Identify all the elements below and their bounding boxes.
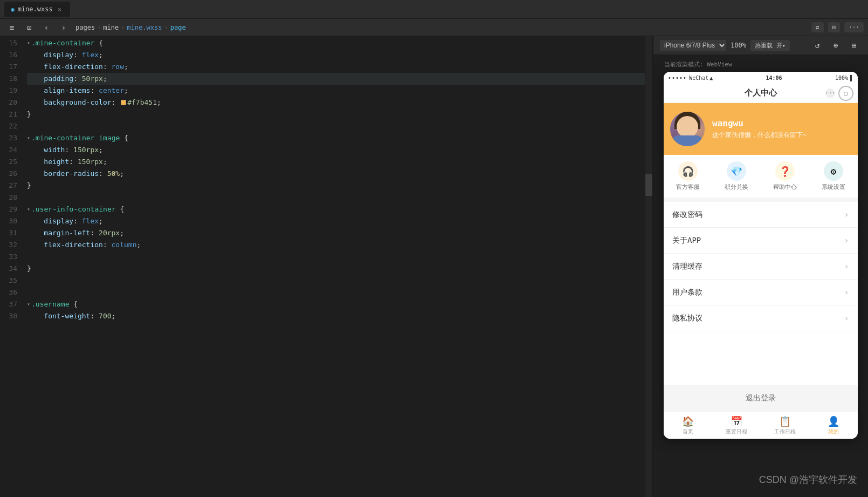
nav-dots: ··· ○ — [825, 86, 853, 101]
menu-item-privacy-label: 隐私协议 — [672, 314, 702, 323]
code-line-32: flex-direction: column; — [27, 239, 645, 251]
bookmark-button[interactable]: ⊡ — [22, 21, 37, 34]
code-editor: 15 16 17 18 19 20 21 22 23 24 25 26 27 2… — [0, 36, 652, 497]
menu-item-terms[interactable]: 用户条款 › — [664, 280, 858, 305]
battery-area: 100% ▌ — [835, 75, 853, 81]
more-options-button[interactable]: ··· — [844, 22, 864, 32]
render-mode-label: 当前渲染模式: WebView — [659, 60, 732, 69]
status-time: 14:06 — [713, 75, 835, 81]
code-line-28 — [27, 192, 645, 203]
avatar — [670, 112, 705, 146]
profile-bio: 这个家伙很懒，什么都没有留下~ — [712, 131, 807, 140]
dots-button[interactable]: ··· — [825, 88, 835, 98]
mine-tab-icon: 👤 — [828, 416, 839, 427]
work-tab-icon: 📋 — [779, 416, 791, 427]
nav-circle-button[interactable]: ○ — [838, 86, 853, 101]
icon-grid: 🎧 官方客服 💎 积分兑换 ❓ 帮助中心 ⚙️ 系统设置 — [664, 155, 858, 202]
title-bar: ◉ mine.wxss ✕ — [0, 0, 868, 19]
code-line-18: padding: 50rpx; — [27, 73, 645, 85]
customer-service-label: 官方客服 — [676, 183, 700, 191]
right-toolbar: ⇄ ⊟ ··· — [811, 22, 864, 32]
code-line-33 — [27, 251, 645, 263]
important-tab-label: 重要日程 — [726, 428, 747, 435]
avatar-body — [673, 135, 701, 146]
logout-section: 退出登录 — [664, 385, 858, 412]
icon-item-help[interactable]: ❓ 帮助中心 — [761, 161, 809, 191]
forward-button[interactable]: › — [56, 21, 71, 34]
breadcrumb: pages › mine › mine.wxss › page — [75, 24, 186, 31]
logout-button[interactable]: 退出登录 — [746, 393, 776, 403]
code-line-22 — [27, 120, 645, 132]
chevron-icon: › — [844, 209, 849, 220]
code-line-24: width: 150rpx; — [27, 144, 645, 156]
color-swatch — [121, 100, 126, 105]
minimap[interactable] — [645, 36, 652, 497]
profile-header: wangwu 这个家伙很懒，什么都没有留下~ — [664, 103, 858, 155]
tab-close-button[interactable]: ✕ — [56, 5, 64, 13]
chevron-icon: › — [844, 261, 849, 271]
breadcrumb-mine[interactable]: mine — [103, 24, 119, 31]
points-label: 积分兑换 — [725, 183, 748, 191]
refresh-button[interactable]: ↺ — [810, 39, 825, 52]
bottom-tab-work[interactable]: 📋 工作日程 — [761, 416, 809, 435]
hot-reload-button[interactable]: 热重载 开▾ — [750, 40, 790, 51]
work-tab-label: 工作日程 — [774, 428, 796, 435]
breadcrumb-file[interactable]: mine.wxss — [127, 24, 162, 31]
help-icon: ❓ — [775, 161, 795, 181]
app-name: WeChat — [689, 75, 708, 81]
stop-button[interactable]: ⊕ — [828, 39, 843, 52]
bottom-tab-home[interactable]: 🏠 首页 — [664, 416, 712, 435]
phone-navbar: 个人中心 ··· ○ — [664, 84, 858, 103]
signal-indicator: ••••• — [668, 75, 687, 81]
expand-button[interactable]: ⊞ — [846, 39, 862, 52]
breadcrumb-page[interactable]: page — [170, 24, 186, 31]
code-line-34: } — [27, 263, 645, 275]
chevron-icon: › — [844, 313, 849, 323]
line-numbers: 15 16 17 18 19 20 21 22 23 24 25 26 27 2… — [0, 36, 22, 497]
minimap-thumb[interactable] — [645, 174, 652, 196]
code-line-21: } — [27, 108, 645, 120]
battery-percent: 100% — [835, 75, 848, 81]
profile-username: wangwu — [712, 118, 807, 128]
code-line-25: height: 150rpx; — [27, 156, 645, 168]
file-icon: ◉ — [11, 6, 15, 13]
code-line-29: ▾.user-info-container { — [27, 203, 645, 215]
phone-frame: ••••• WeChat ▲ 14:06 100% ▌ 个人中心 ··· ○ — [664, 72, 858, 439]
menu-item-about[interactable]: 关于APP › — [664, 228, 858, 254]
icon-item-settings[interactable]: ⚙️ 系统设置 — [809, 161, 858, 191]
icon-item-customer-service[interactable]: 🎧 官方客服 — [664, 161, 712, 191]
menu-item-password[interactable]: 修改密码 › — [664, 202, 858, 228]
code-line-35 — [27, 275, 645, 287]
code-line-27: } — [27, 180, 645, 192]
code-line-26: border-radius: 50%; — [27, 168, 645, 180]
bottom-tab-mine[interactable]: 👤 我的 — [809, 416, 858, 435]
watermark-text: CSDN @浩宇软件开发 — [759, 474, 857, 485]
menu-button[interactable]: ≡ — [4, 21, 19, 34]
editor-content: 15 16 17 18 19 20 21 22 23 24 25 26 27 2… — [0, 36, 652, 497]
nav-title: 个人中心 — [745, 88, 777, 98]
code-line-37: ▾.username { — [27, 298, 645, 310]
customer-service-icon: 🎧 — [678, 161, 698, 181]
breadcrumb-pages[interactable]: pages — [75, 24, 95, 31]
zoom-level: 100% — [731, 42, 746, 49]
help-label: 帮助中心 — [773, 183, 797, 191]
menu-item-privacy[interactable]: 隐私协议 › — [664, 305, 858, 331]
menu-item-terms-label: 用户条款 — [672, 288, 702, 297]
menu-item-cache[interactable]: 清理缓存 › — [664, 254, 858, 280]
bottom-tab-important[interactable]: 📅 重要日程 — [712, 416, 761, 435]
icon-item-points[interactable]: 💎 积分兑换 — [712, 161, 761, 191]
code-line-30: display: flex; — [27, 215, 645, 227]
chevron-icon: › — [844, 235, 849, 246]
avatar-face — [677, 116, 698, 138]
device-selector[interactable]: iPhone 6/7/8 Plus iPhone X — [660, 40, 726, 51]
csdn-watermark: CSDN @浩宇软件开发 — [759, 473, 857, 486]
code-line-19: align-items: center; — [27, 85, 645, 97]
code-content[interactable]: ▾.mine-container { display: flex; flex-d… — [22, 36, 645, 497]
avatar-image — [670, 112, 705, 146]
back-button[interactable]: ‹ — [39, 21, 54, 34]
toggle-view-button[interactable]: ⇄ — [811, 22, 824, 32]
editor-tab[interactable]: ◉ mine.wxss ✕ — [4, 2, 70, 17]
split-editor-button[interactable]: ⊟ — [828, 22, 841, 32]
code-line-15: ▾.mine-container { — [27, 37, 645, 49]
menu-item-about-label: 关于APP — [672, 236, 701, 246]
